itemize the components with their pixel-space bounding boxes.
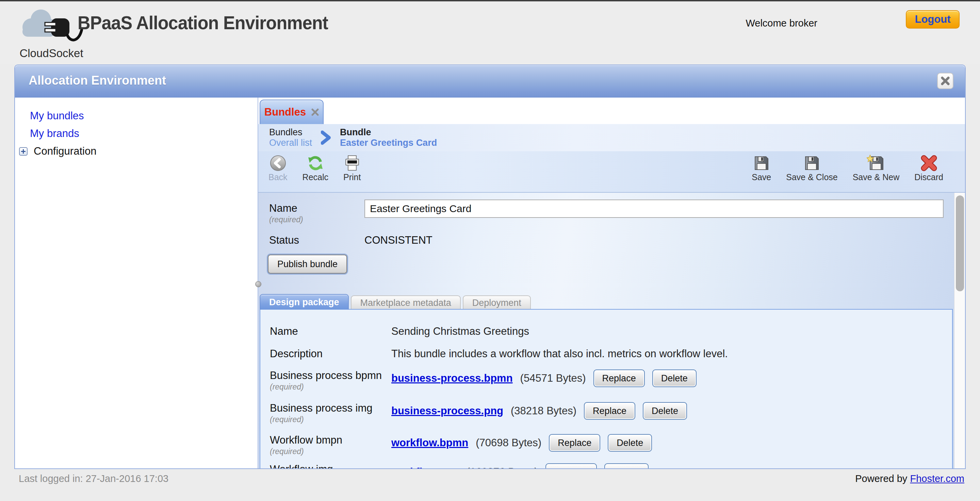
sidebar-item-configuration[interactable]: Configuration bbox=[19, 145, 96, 157]
sidebar: My bundles My brands Configuration bbox=[15, 98, 258, 468]
breadcrumb-current: Bundle Easter Greetings Card bbox=[340, 127, 437, 148]
page-header: CloudSocket BPaaS Allocation Environment… bbox=[0, 2, 980, 64]
save-new-icon bbox=[867, 155, 885, 172]
delete-button[interactable]: Delete bbox=[643, 402, 687, 420]
breadcrumb: Bundles Overall list Bundle Easter Greet… bbox=[258, 124, 965, 151]
document-tab-row: Bundles bbox=[258, 98, 965, 124]
recalc-icon bbox=[307, 155, 324, 172]
tab-close-icon[interactable] bbox=[311, 108, 319, 116]
save-and-close-button[interactable]: Save & Close bbox=[786, 155, 837, 182]
allocation-environment-window: Allocation Environment My bundles My bra… bbox=[14, 65, 966, 469]
file-link-business-process-bpmn[interactable]: business-process.bpmn bbox=[391, 372, 513, 384]
close-icon bbox=[941, 76, 950, 85]
last-login-text: Last logged in: 27-Jan-2016 17:03 bbox=[19, 473, 169, 484]
fhoster-link[interactable]: Fhoster.com bbox=[910, 473, 964, 484]
scrollbar-thumb[interactable] bbox=[956, 195, 964, 291]
content-area: Bundles Bundles Overall list Bu bbox=[258, 98, 965, 468]
bundle-name-input[interactable] bbox=[364, 200, 943, 218]
logo-text: CloudSocket bbox=[12, 47, 91, 60]
back-button[interactable]: Back bbox=[269, 155, 288, 182]
design-package-panel: Name Sending Christmas Greetings Descrip… bbox=[259, 309, 953, 468]
replace-button[interactable]: Replace bbox=[546, 463, 597, 468]
status-value: CONSISTENT bbox=[364, 234, 433, 246]
splitter-handle[interactable] bbox=[255, 281, 261, 287]
powered-by: Powered by Fhoster.com bbox=[855, 473, 964, 484]
delete-button[interactable]: Delete bbox=[608, 434, 652, 452]
tab-marketplace-metadata[interactable]: Marketplace metadata bbox=[351, 295, 461, 310]
file-link-business-process-png[interactable]: business-process.png bbox=[391, 405, 503, 417]
file-size: (54571 Bytes) bbox=[520, 372, 586, 384]
file-link-workflow-png[interactable]: workflow.png bbox=[391, 466, 459, 468]
file-size: (38218 Bytes) bbox=[511, 405, 576, 417]
delete-button[interactable]: Delete bbox=[652, 369, 697, 387]
file-link-workflow-bpmn[interactable]: workflow.bpmn bbox=[391, 437, 468, 449]
publish-bundle-button[interactable]: Publish bundle bbox=[268, 255, 347, 274]
cloud-plug-icon bbox=[17, 8, 85, 48]
bundle-dp-description: This bundle includes a workflow that als… bbox=[391, 348, 728, 360]
app-title: BPaaS Allocation Environment bbox=[78, 11, 328, 34]
bundle-form-scroll-region: Name (required) Status CONSISTENT Publis… bbox=[258, 193, 965, 468]
print-button[interactable]: Print bbox=[343, 155, 361, 182]
breadcrumb-parent[interactable]: Bundles Overall list bbox=[269, 127, 312, 148]
tab-bundles[interactable]: Bundles bbox=[259, 100, 324, 124]
save-button[interactable]: Save bbox=[752, 155, 771, 182]
expand-plus-icon[interactable] bbox=[19, 147, 27, 156]
name-field-label: Name bbox=[269, 202, 298, 214]
vertical-scrollbar[interactable] bbox=[954, 193, 965, 468]
discard-icon bbox=[920, 155, 937, 172]
breadcrumb-chevron-icon bbox=[321, 130, 331, 145]
toolbar-right-group: Save Save & Close bbox=[752, 155, 943, 182]
window-title: Allocation Environment bbox=[29, 73, 166, 88]
window-header: Allocation Environment bbox=[15, 65, 965, 98]
sidebar-item-my-brands[interactable]: My brands bbox=[30, 127, 79, 140]
welcome-text: Welcome broker bbox=[746, 17, 817, 29]
save-and-new-button[interactable]: Save & New bbox=[853, 155, 900, 182]
name-required-hint: (required) bbox=[269, 215, 303, 224]
back-icon bbox=[269, 155, 286, 172]
print-icon bbox=[344, 155, 361, 172]
cloudsocket-logo: CloudSocket bbox=[17, 8, 85, 59]
sidebar-item-my-bundles[interactable]: My bundles bbox=[30, 110, 84, 122]
discard-button[interactable]: Discard bbox=[914, 155, 943, 182]
file-size: (169876 Bytes) bbox=[466, 466, 538, 468]
replace-button[interactable]: Replace bbox=[593, 369, 645, 387]
delete-button[interactable]: Delete bbox=[605, 463, 649, 468]
replace-button[interactable]: Replace bbox=[549, 434, 600, 452]
file-size: (70698 Bytes) bbox=[476, 437, 541, 449]
logout-button[interactable]: Logout bbox=[906, 10, 959, 29]
detail-tabs: Design package Marketplace metadata Depl… bbox=[259, 294, 531, 310]
bundle-dp-name: Sending Christmas Greetings bbox=[391, 325, 529, 338]
replace-button[interactable]: Replace bbox=[584, 402, 635, 420]
save-close-icon bbox=[803, 155, 821, 172]
tab-design-package[interactable]: Design package bbox=[259, 294, 349, 310]
tab-deployment[interactable]: Deployment bbox=[463, 295, 531, 310]
toolbar: Back Recalc bbox=[258, 151, 965, 193]
window-close-button[interactable] bbox=[937, 73, 953, 89]
save-icon bbox=[753, 155, 770, 172]
status-field-label: Status bbox=[269, 234, 299, 246]
recalc-button[interactable]: Recalc bbox=[302, 155, 328, 182]
toolbar-left-group: Back Recalc bbox=[269, 155, 361, 182]
